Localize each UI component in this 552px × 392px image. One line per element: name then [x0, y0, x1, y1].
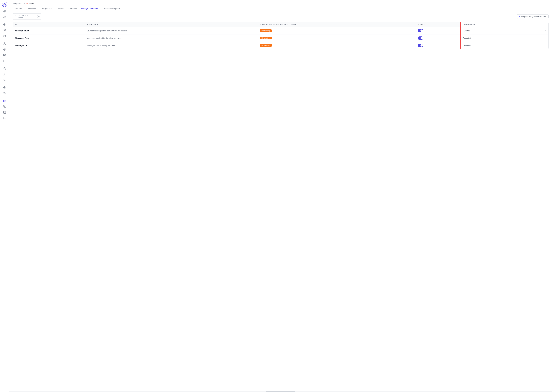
- sidebar-icon-target[interactable]: [2, 47, 7, 52]
- sidebar-icon-circle-slash[interactable]: [2, 85, 7, 90]
- svg-line-25: [5, 69, 6, 70]
- sidebar-icon-search-lock[interactable]: [2, 77, 7, 83]
- row-3-access-toggle[interactable]: [418, 44, 423, 47]
- row-2-toggle-track[interactable]: [418, 36, 423, 40]
- row-1-export-chevron: ▼: [544, 30, 546, 32]
- sidebar-icon-search-list[interactable]: [2, 72, 7, 77]
- scroll-thumb[interactable]: [266, 391, 295, 392]
- sidebar-icon-list-add[interactable]: [2, 91, 7, 96]
- sidebar-icon-globe[interactable]: [2, 9, 7, 14]
- row-3-toggle-thumb: [421, 44, 423, 47]
- row-3-category: Inline Activity: [257, 42, 415, 49]
- svg-rect-40: [3, 100, 4, 101]
- table-row: Message Count Count of messages that con…: [13, 27, 548, 35]
- row-2-description: Messages received by the client from you…: [84, 35, 257, 42]
- row-3-export-chevron: ▼: [544, 44, 546, 46]
- table-row: Messages From Messages received by the c…: [13, 35, 548, 42]
- row-1-access[interactable]: [415, 27, 460, 35]
- sidebar-icon-world[interactable]: [2, 34, 7, 39]
- row-1-toggle-track[interactable]: [418, 29, 423, 32]
- svg-line-27: [5, 75, 6, 75]
- row-3-export-value: Redacted: [463, 44, 471, 46]
- row-2-category: Inline Activity: [257, 35, 415, 42]
- svg-line-34: [4, 87, 6, 88]
- svg-rect-41: [5, 100, 6, 101]
- svg-line-56: [16, 17, 16, 17]
- row-1-title: Message Count: [13, 27, 84, 35]
- header: Integrations > Gmail Activities Connecti…: [9, 0, 552, 11]
- sidebar-icon-table-plus[interactable]: [2, 110, 7, 115]
- request-btn-icon: ✦: [519, 15, 521, 18]
- main-content: Integrations > Gmail Activities Connecti…: [9, 0, 552, 392]
- sidebar-icon-database[interactable]: [2, 53, 7, 58]
- tab-manage-datapoints[interactable]: Manage Datapoints: [79, 6, 101, 11]
- search-bar[interactable]: Click or type to search: [13, 13, 41, 20]
- row-3-export-mode[interactable]: Redacted ▼: [460, 42, 548, 49]
- row-1-access-toggle[interactable]: [418, 29, 423, 32]
- col-header-title: TITLE: [13, 22, 84, 27]
- search-add-button[interactable]: [37, 15, 40, 18]
- svg-rect-51: [3, 117, 6, 119]
- col-header-access: ACCESS: [415, 22, 460, 27]
- row-1-category: Inline Activity: [257, 27, 415, 35]
- tab-processed-requests[interactable]: Processed Requests: [101, 6, 123, 11]
- svg-rect-42: [3, 101, 4, 102]
- tab-connection[interactable]: Connection: [25, 6, 39, 11]
- sidebar-icon-cubes[interactable]: [2, 28, 7, 33]
- row-2-export-chevron: ▼: [544, 37, 546, 39]
- row-1-export-value: Full Data: [463, 30, 470, 32]
- breadcrumb-current: Gmail: [26, 2, 34, 5]
- breadcrumb-parent[interactable]: Integrations: [13, 2, 22, 4]
- sidebar: [0, 0, 9, 392]
- row-3-access[interactable]: [415, 42, 460, 49]
- sidebar-icon-person[interactable]: [2, 41, 7, 46]
- toolbar: Click or type to search ✦ Request Integr…: [13, 13, 549, 20]
- sidebar-icon-grid[interactable]: [2, 98, 7, 104]
- content-area: Click or type to search ✦ Request Integr…: [9, 11, 552, 391]
- scroll-bar: [9, 391, 552, 392]
- sidebar-icon-cube[interactable]: [2, 22, 7, 27]
- sidebar-icon-monitor[interactable]: [2, 116, 7, 121]
- svg-point-20: [3, 54, 6, 55]
- svg-point-22: [4, 61, 4, 61]
- tab-configuration[interactable]: Configuration: [39, 6, 54, 11]
- breadcrumb-gmail-text: Gmail: [29, 2, 34, 4]
- sidebar-icon-eye-off[interactable]: [2, 104, 7, 109]
- col-header-description: DESCRIPTION: [84, 22, 257, 27]
- app-logo[interactable]: [2, 2, 7, 7]
- row-1-category-badge: Inline Activity: [260, 29, 272, 32]
- sidebar-icon-users[interactable]: [2, 14, 7, 20]
- row-2-access-toggle[interactable]: [418, 36, 423, 40]
- table-row: Messages To Messages sent to you by the …: [13, 42, 548, 49]
- col-header-export-mode: EXPORT MODE: [460, 22, 548, 27]
- search-placeholder: Click or type to search: [18, 14, 35, 19]
- row-1-description: Count of messages that contain your info…: [84, 27, 257, 35]
- row-1-export-select[interactable]: Full Data ▼: [461, 30, 548, 32]
- sidebar-icon-search-circle[interactable]: [2, 66, 7, 71]
- row-2-title: Messages From: [13, 35, 84, 42]
- tab-lookups[interactable]: Lookups: [54, 6, 66, 11]
- row-1-toggle-thumb: [421, 29, 423, 32]
- svg-point-19: [4, 49, 5, 49]
- row-3-toggle-track[interactable]: [418, 44, 423, 47]
- row-2-export-select[interactable]: Redacted ▼: [461, 37, 548, 39]
- row-1-export-mode[interactable]: Full Data ▼: [460, 27, 548, 35]
- svg-point-12: [4, 16, 5, 17]
- svg-point-23: [4, 67, 5, 69]
- breadcrumb: Integrations > Gmail: [13, 2, 549, 5]
- col-header-categories: CONFIRMED PERSONAL DATA CATEGORIES: [257, 22, 415, 27]
- row-2-export-mode[interactable]: Redacted ▼: [460, 35, 548, 42]
- request-btn-label: Request Integration Extension: [521, 15, 546, 18]
- table-header-row: TITLE DESCRIPTION CONFIRMED PERSONAL DAT…: [13, 22, 548, 27]
- svg-point-2: [4, 3, 5, 4]
- row-2-access[interactable]: [415, 35, 460, 42]
- row-3-export-select[interactable]: Redacted ▼: [461, 44, 548, 46]
- svg-line-31: [5, 80, 6, 81]
- row-2-toggle-thumb: [421, 37, 423, 39]
- tab-activities[interactable]: Activities: [13, 6, 25, 11]
- request-integration-button[interactable]: ✦ Request Integration Extension: [517, 14, 549, 19]
- sidebar-divider-5: [2, 97, 7, 97]
- tab-audit-trail[interactable]: Audit Trail: [66, 6, 79, 11]
- sidebar-icon-idcard[interactable]: [2, 58, 7, 63]
- breadcrumb-separator: >: [24, 2, 25, 4]
